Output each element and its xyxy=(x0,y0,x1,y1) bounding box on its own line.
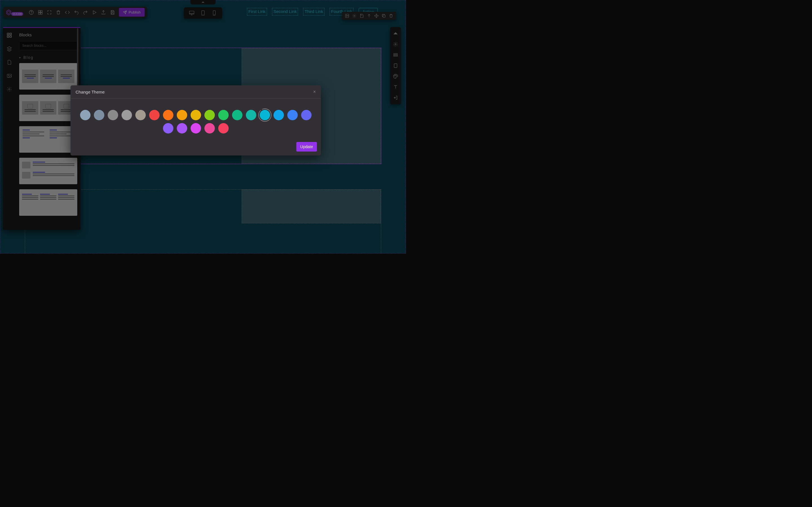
theme-swatch[interactable] xyxy=(108,110,118,120)
theme-swatch[interactable] xyxy=(177,123,187,133)
modal-close-button[interactable]: × xyxy=(313,89,316,94)
theme-swatch[interactable] xyxy=(218,123,229,133)
change-theme-modal: Change Theme × Update xyxy=(70,86,321,156)
theme-swatch[interactable] xyxy=(204,110,215,120)
theme-swatch[interactable] xyxy=(191,110,201,120)
theme-swatch[interactable] xyxy=(177,110,187,120)
modal-footer: Update xyxy=(70,142,321,156)
theme-swatch[interactable] xyxy=(301,110,312,120)
theme-swatch[interactable] xyxy=(135,110,146,120)
theme-swatch[interactable] xyxy=(163,123,173,133)
modal-title: Change Theme xyxy=(75,90,105,94)
theme-swatch[interactable] xyxy=(121,110,132,120)
theme-swatch[interactable] xyxy=(191,123,201,133)
theme-swatch[interactable] xyxy=(246,110,256,120)
theme-swatch[interactable] xyxy=(287,110,298,120)
update-button[interactable]: Update xyxy=(296,142,317,152)
theme-swatch[interactable] xyxy=(149,110,160,120)
theme-swatch-grid xyxy=(70,99,321,142)
theme-swatch[interactable] xyxy=(80,110,91,120)
theme-swatch[interactable] xyxy=(94,110,104,120)
theme-swatch[interactable] xyxy=(260,110,270,120)
theme-swatch[interactable] xyxy=(273,110,284,120)
theme-swatch[interactable] xyxy=(232,110,243,120)
theme-swatch[interactable] xyxy=(163,110,173,120)
theme-swatch[interactable] xyxy=(218,110,229,120)
modal-header: Change Theme × xyxy=(70,86,321,99)
theme-swatch[interactable] xyxy=(204,123,215,133)
